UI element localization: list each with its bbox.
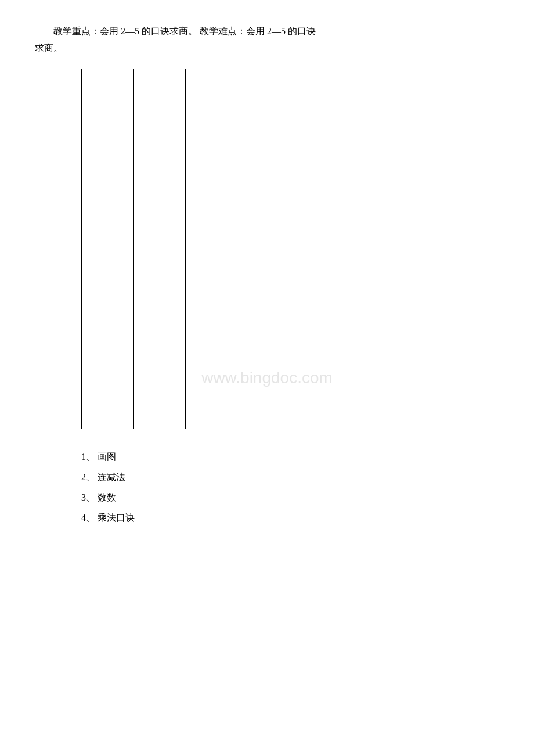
list-item-4-number: 4、 [81, 513, 95, 523]
list-item-2-label: 连减法 [98, 472, 125, 482]
intro-line2: 求商。 [35, 43, 63, 53]
list-item-3: 3、 数数 [81, 487, 499, 507]
list-item-3-label: 数数 [98, 492, 116, 502]
two-column-table [81, 69, 186, 429]
table-cell-right [134, 69, 186, 429]
page-content: 教学重点：会用 2—5 的口诀求商。 教学难点：会用 2—5 的口诀 求商。 1… [35, 23, 499, 528]
list-item-1-number: 1、 [81, 452, 95, 462]
list-item-1: 1、 画图 [81, 447, 499, 467]
intro-line1: 教学重点：会用 2—5 的口诀求商。 教学难点：会用 2—5 的口诀 [53, 26, 316, 36]
list-item-3-number: 3、 [81, 492, 95, 502]
list-item-4-label: 乘法口诀 [98, 513, 135, 523]
list-item-4: 4、 乘法口诀 [81, 507, 499, 528]
list-item-2: 2、 连减法 [81, 467, 499, 487]
table-container [81, 69, 499, 429]
table-cell-left [82, 69, 134, 429]
list-item-1-label: 画图 [98, 452, 116, 462]
list-section: 1、 画图 2、 连减法 3、 数数 4、 乘法口诀 [81, 447, 499, 528]
list-item-2-number: 2、 [81, 472, 95, 482]
intro-paragraph: 教学重点：会用 2—5 的口诀求商。 教学难点：会用 2—5 的口诀 求商。 [35, 23, 499, 57]
